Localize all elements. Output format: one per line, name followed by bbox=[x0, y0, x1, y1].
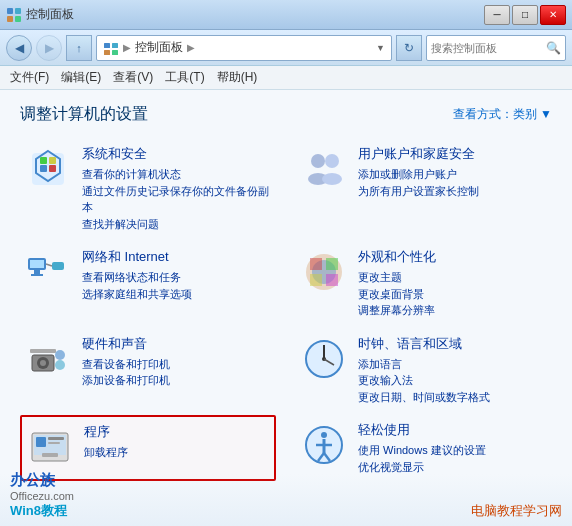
section-appearance: 外观和个性化 更改主题 更改桌面背景 调整屏幕分辨率 bbox=[296, 242, 552, 325]
svg-point-34 bbox=[55, 350, 65, 360]
win8-tag: Win8教程 bbox=[10, 502, 74, 520]
network-internet-title[interactable]: 网络和 Internet bbox=[82, 248, 272, 266]
user-accounts-title[interactable]: 用户账户和家庭安全 bbox=[358, 145, 548, 163]
user-accounts-link-1[interactable]: 添加或删除用户账户 bbox=[358, 166, 548, 183]
svg-rect-11 bbox=[49, 165, 56, 172]
section-network-internet: 网络和 Internet 查看网络状态和任务 选择家庭组和共享选项 bbox=[20, 242, 276, 325]
address-icon bbox=[103, 40, 119, 56]
appearance-text: 外观和个性化 更改主题 更改桌面背景 调整屏幕分辨率 bbox=[358, 248, 548, 319]
refresh-button[interactable]: ↻ bbox=[396, 35, 422, 61]
search-bar[interactable]: 🔍 bbox=[426, 35, 566, 61]
watermark-left: 办公族 Officezu.com Win8教程 bbox=[10, 471, 74, 520]
svg-rect-42 bbox=[36, 437, 46, 447]
brand-site: Officezu.com bbox=[10, 490, 74, 502]
main-header: 调整计算机的设置 查看方式：类别 ▼ bbox=[20, 104, 552, 125]
minimize-button[interactable]: ─ bbox=[484, 5, 510, 25]
close-button[interactable]: ✕ bbox=[540, 5, 566, 25]
svg-rect-6 bbox=[104, 50, 110, 55]
page-title: 调整计算机的设置 bbox=[20, 104, 148, 125]
menu-tools[interactable]: 工具(T) bbox=[165, 69, 204, 86]
address-text: 控制面板 bbox=[135, 39, 183, 56]
svg-rect-13 bbox=[49, 157, 56, 164]
system-security-link-2[interactable]: 通过文件历史记录保存你的文件备份副本 bbox=[82, 183, 272, 216]
menu-edit[interactable]: 编辑(E) bbox=[61, 69, 101, 86]
section-user-accounts: 用户账户和家庭安全 添加或删除用户账户 为所有用户设置家长控制 bbox=[296, 139, 552, 238]
svg-point-32 bbox=[40, 360, 46, 366]
clock-language-link-1[interactable]: 添加语言 bbox=[358, 356, 548, 373]
title-bar-text: 控制面板 bbox=[26, 6, 74, 23]
control-panel-grid: 系统和安全 查看你的计算机状态 通过文件历史记录保存你的文件备份副本 查找并解决… bbox=[20, 139, 552, 481]
clock-language-link-2[interactable]: 更改输入法 bbox=[358, 372, 548, 389]
address-separator-2: ▶ bbox=[187, 42, 195, 53]
clock-language-link-3[interactable]: 更改日期、时间或数字格式 bbox=[358, 389, 548, 406]
svg-rect-20 bbox=[34, 270, 40, 274]
search-input[interactable] bbox=[431, 42, 546, 54]
network-internet-text: 网络和 Internet 查看网络状态和任务 选择家庭组和共享选项 bbox=[82, 248, 272, 302]
appearance-icon bbox=[300, 248, 348, 296]
appearance-link-2[interactable]: 更改桌面背景 bbox=[358, 286, 548, 303]
menu-view[interactable]: 查看(V) bbox=[113, 69, 153, 86]
svg-rect-5 bbox=[112, 43, 118, 48]
svg-rect-22 bbox=[52, 262, 64, 270]
ease-access-icon bbox=[300, 421, 348, 469]
right-watermark: 电脑教程学习网 bbox=[471, 502, 562, 520]
svg-rect-12 bbox=[40, 157, 47, 164]
svg-rect-4 bbox=[104, 43, 110, 48]
network-internet-icon bbox=[24, 248, 72, 296]
svg-rect-29 bbox=[326, 274, 338, 286]
svg-rect-3 bbox=[15, 16, 21, 22]
ease-access-link-1[interactable]: 使用 Windows 建议的设置 bbox=[358, 442, 548, 459]
maximize-button[interactable]: □ bbox=[512, 5, 538, 25]
svg-rect-33 bbox=[30, 349, 56, 353]
programs-title[interactable]: 程序 bbox=[84, 423, 270, 441]
ease-access-link-2[interactable]: 优化视觉显示 bbox=[358, 459, 548, 476]
ease-access-title[interactable]: 轻松使用 bbox=[358, 421, 548, 439]
view-mode-selector[interactable]: 查看方式：类别 ▼ bbox=[453, 106, 552, 123]
up-button[interactable]: ↑ bbox=[66, 35, 92, 61]
svg-rect-26 bbox=[310, 258, 322, 270]
network-internet-link-1[interactable]: 查看网络状态和任务 bbox=[82, 269, 272, 286]
system-security-link-3[interactable]: 查找并解决问题 bbox=[82, 216, 272, 233]
network-internet-link-2[interactable]: 选择家庭组和共享选项 bbox=[82, 286, 272, 303]
system-security-icon bbox=[24, 145, 72, 193]
svg-line-23 bbox=[46, 264, 52, 266]
hardware-sound-link-1[interactable]: 查看设备和打印机 bbox=[82, 356, 272, 373]
svg-rect-44 bbox=[48, 442, 60, 444]
svg-rect-43 bbox=[48, 437, 64, 440]
svg-rect-19 bbox=[30, 260, 44, 268]
system-security-link-1[interactable]: 查看你的计算机状态 bbox=[82, 166, 272, 183]
back-button[interactable]: ◀ bbox=[6, 35, 32, 61]
svg-rect-27 bbox=[326, 258, 338, 270]
hardware-sound-icon bbox=[24, 335, 72, 383]
svg-point-47 bbox=[321, 432, 327, 438]
programs-text: 程序 卸载程序 bbox=[84, 423, 270, 461]
svg-point-16 bbox=[325, 154, 339, 168]
appearance-link-1[interactable]: 更改主题 bbox=[358, 269, 548, 286]
svg-point-17 bbox=[322, 173, 342, 185]
address-bar[interactable]: ▶ 控制面板 ▶ ▼ bbox=[96, 35, 392, 61]
menu-help[interactable]: 帮助(H) bbox=[217, 69, 258, 86]
clock-language-title[interactable]: 时钟、语言和区域 bbox=[358, 335, 548, 353]
appearance-link-3[interactable]: 调整屏幕分辨率 bbox=[358, 302, 548, 319]
section-ease-access: 轻松使用 使用 Windows 建议的设置 优化视觉显示 bbox=[296, 415, 552, 481]
svg-point-14 bbox=[311, 154, 325, 168]
address-dropdown-arrow[interactable]: ▼ bbox=[376, 43, 385, 53]
user-accounts-link-2[interactable]: 为所有用户设置家长控制 bbox=[358, 183, 548, 200]
programs-link-1[interactable]: 卸载程序 bbox=[84, 444, 270, 461]
user-accounts-icon bbox=[300, 145, 348, 193]
hardware-sound-title[interactable]: 硬件和声音 bbox=[82, 335, 272, 353]
title-bar-controls: ─ □ ✕ bbox=[484, 5, 566, 25]
svg-rect-2 bbox=[7, 16, 13, 22]
forward-button[interactable]: ▶ bbox=[36, 35, 62, 61]
title-bar: 控制面板 ─ □ ✕ bbox=[0, 0, 572, 30]
appearance-title[interactable]: 外观和个性化 bbox=[358, 248, 548, 266]
menu-file[interactable]: 文件(F) bbox=[10, 69, 49, 86]
svg-rect-10 bbox=[40, 165, 47, 172]
svg-rect-28 bbox=[310, 274, 322, 286]
hardware-sound-link-2[interactable]: 添加设备和打印机 bbox=[82, 372, 272, 389]
search-icon[interactable]: 🔍 bbox=[546, 41, 561, 55]
main-content: 调整计算机的设置 查看方式：类别 ▼ 系统和安全 bbox=[0, 90, 572, 526]
ease-access-text: 轻松使用 使用 Windows 建议的设置 优化视觉显示 bbox=[358, 421, 548, 475]
system-security-title[interactable]: 系统和安全 bbox=[82, 145, 272, 163]
section-hardware-sound: 硬件和声音 查看设备和打印机 添加设备和打印机 bbox=[20, 329, 276, 412]
